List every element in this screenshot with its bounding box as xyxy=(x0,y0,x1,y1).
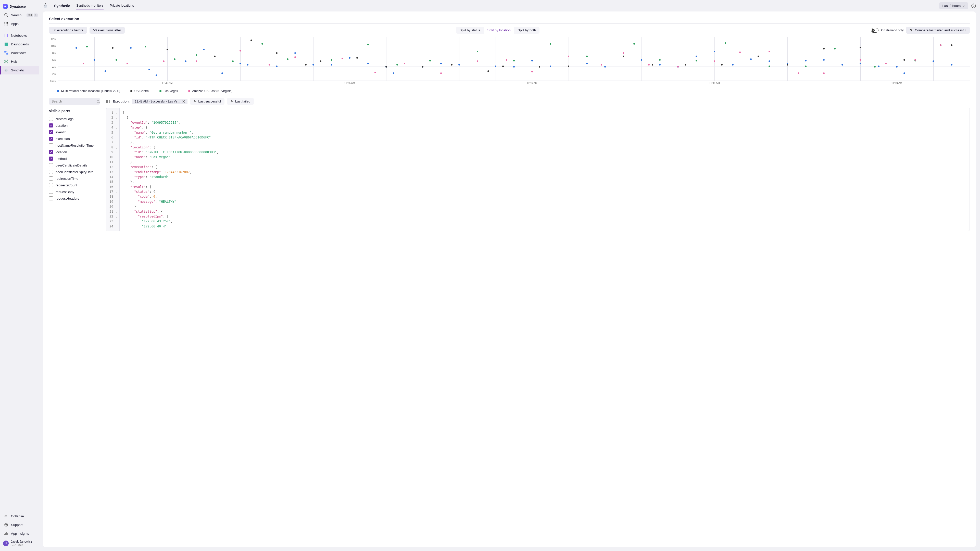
user-block[interactable]: J Jacek Janowicz dva18020 xyxy=(0,538,39,549)
execution-chart[interactable]: 0 ms2 s4 s6 s8 s10 s12 s 11:30 AM11:35 A… xyxy=(57,37,970,86)
chart-point[interactable] xyxy=(148,69,150,70)
part-requestHeaders[interactable]: requestHeaders xyxy=(49,195,100,202)
chart-point[interactable] xyxy=(823,72,825,74)
chart-point[interactable] xyxy=(531,71,533,72)
chart-point[interactable] xyxy=(440,63,442,64)
chart-point[interactable] xyxy=(513,66,515,68)
chart-point[interactable] xyxy=(940,44,942,46)
chart-point[interactable] xyxy=(247,64,248,65)
chart-point[interactable] xyxy=(768,51,770,52)
chart-point[interactable] xyxy=(904,72,905,74)
chart-point[interactable] xyxy=(550,65,551,67)
chart-point[interactable] xyxy=(163,60,164,62)
tab-private-locations[interactable]: Private locations xyxy=(110,2,134,10)
chart-point[interactable] xyxy=(105,70,106,72)
chart-point[interactable] xyxy=(94,59,95,61)
chart-point[interactable] xyxy=(725,42,726,44)
last-successful-button[interactable]: Last successful xyxy=(190,98,224,105)
chart-point[interactable] xyxy=(145,46,146,48)
chart-point[interactable] xyxy=(714,51,715,52)
chart-point[interactable] xyxy=(568,65,570,67)
chart-point[interactable] xyxy=(127,63,128,64)
part-duration[interactable]: duration xyxy=(49,122,100,129)
chart-point[interactable] xyxy=(757,56,759,57)
chart-point[interactable] xyxy=(440,72,442,74)
chart-point[interactable] xyxy=(240,50,241,51)
chart-point[interactable] xyxy=(305,64,307,65)
chart-point[interactable] xyxy=(356,57,358,59)
compare-button[interactable]: Compare last failed and successful xyxy=(906,27,970,34)
execution-chip[interactable]: 11:42 AM - Successful - Las Ve… xyxy=(132,98,188,104)
part-requestBody[interactable]: requestBody xyxy=(49,189,100,195)
timeframe-selector[interactable]: Last 2 hours xyxy=(939,2,968,9)
checkbox[interactable] xyxy=(49,176,53,181)
chart-point[interactable] xyxy=(695,60,697,62)
sidebar-item-notebooks[interactable]: Notebooks xyxy=(0,31,39,40)
sidebar-item-dashboards[interactable]: Dashboards xyxy=(0,40,39,48)
chart-point[interactable] xyxy=(320,60,321,62)
chart-point[interactable] xyxy=(506,59,508,61)
chart-point[interactable] xyxy=(294,52,296,54)
chart-point[interactable] xyxy=(652,64,653,65)
apps-nav[interactable]: Apps xyxy=(0,19,39,28)
chart-point[interactable] xyxy=(287,59,288,60)
chart-point[interactable] xyxy=(232,60,234,62)
on-demand-toggle[interactable] xyxy=(871,28,878,33)
tab-synthetic-monitors[interactable]: Synthetic monitors xyxy=(76,2,103,10)
chart-point[interactable] xyxy=(714,60,715,62)
chart-point[interactable] xyxy=(768,65,770,67)
chart-point[interactable] xyxy=(276,65,277,67)
chart-point[interactable] xyxy=(860,47,861,48)
checkbox[interactable] xyxy=(49,137,53,141)
chart-point[interactable] xyxy=(458,64,460,65)
executions-after-button[interactable]: 50 executions after xyxy=(89,27,125,34)
chart-point[interactable] xyxy=(932,60,934,62)
split-split-by-location[interactable]: Split by location xyxy=(484,27,514,34)
chart-point[interactable] xyxy=(586,63,588,64)
chart-point[interactable] xyxy=(367,63,369,64)
last-failed-button[interactable]: Last failed xyxy=(227,98,254,105)
chart-point[interactable] xyxy=(885,63,887,64)
legend-item[interactable]: Amazon US East (N. Virginia) xyxy=(188,89,232,93)
chart-point[interactable] xyxy=(203,49,205,50)
chart-point[interactable] xyxy=(331,59,332,61)
part-peerCertificateExpiryDate[interactable]: peerCertificateExpiryDate xyxy=(49,168,100,175)
checkbox[interactable] xyxy=(49,124,53,127)
chart-point[interactable] xyxy=(86,46,88,48)
chart-point[interactable] xyxy=(214,56,216,57)
chart-point[interactable] xyxy=(842,64,843,65)
chart-point[interactable] xyxy=(904,59,905,61)
chart-point[interactable] xyxy=(768,60,770,62)
chart-point[interactable] xyxy=(648,64,650,65)
chart-point[interactable] xyxy=(240,63,241,64)
checkbox[interactable] xyxy=(49,143,53,148)
chart-point[interactable] xyxy=(116,59,117,61)
chart-point[interactable] xyxy=(312,64,314,65)
chart-point[interactable] xyxy=(531,60,533,62)
chart-point[interactable] xyxy=(823,48,825,49)
checkbox[interactable] xyxy=(49,163,53,167)
sidebar-item-hub[interactable]: Hub xyxy=(0,57,39,66)
checkbox[interactable] xyxy=(49,196,53,200)
chart-point[interactable] xyxy=(477,60,478,62)
chart-point[interactable] xyxy=(539,66,540,68)
split-split-by-both[interactable]: Split by both xyxy=(514,27,540,34)
chart-point[interactable] xyxy=(396,64,398,65)
chart-point[interactable] xyxy=(823,59,825,61)
chart-point[interactable] xyxy=(385,66,387,68)
chart-point[interactable] xyxy=(221,72,223,74)
chart-point[interactable] xyxy=(721,64,722,65)
checkbox[interactable] xyxy=(49,130,53,134)
chart-point[interactable] xyxy=(750,59,752,60)
sidebar-item-synthetic[interactable]: Synthetic xyxy=(0,66,39,75)
chart-point[interactable] xyxy=(451,64,452,65)
close-icon[interactable] xyxy=(182,100,185,103)
part-method[interactable]: method xyxy=(49,155,100,162)
chart-point[interactable] xyxy=(860,63,861,64)
help-icon[interactable] xyxy=(971,3,976,8)
chart-point[interactable] xyxy=(513,60,515,62)
sidebar-toggle-icon[interactable] xyxy=(106,100,110,103)
checkbox[interactable] xyxy=(49,170,53,174)
chart-point[interactable] xyxy=(874,66,876,68)
chart-point[interactable] xyxy=(269,64,270,65)
